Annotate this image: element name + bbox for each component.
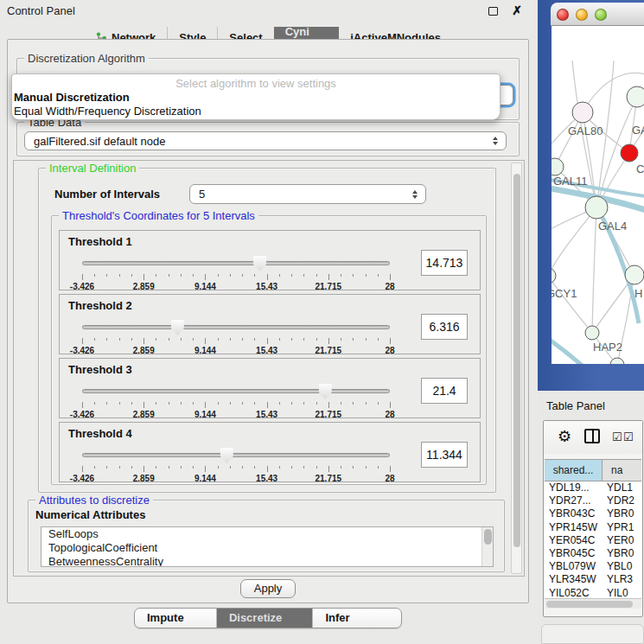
mac-close-button[interactable] [557, 9, 569, 21]
slider-thumb[interactable] [253, 256, 266, 271]
network-node[interactable] [621, 144, 638, 162]
table-toolbar: ⚙ ☑ ☑ [544, 421, 642, 454]
combo-spinner-icon [412, 190, 418, 199]
control-panel-titlebar: Control Panel ✗ [0, 0, 536, 22]
table-row[interactable]: YBR045CYBR0 [545, 547, 641, 560]
threshold-slider[interactable]: -3.4262.8599.14415.4321.71528 [82, 319, 390, 354]
slider-ticks [82, 402, 390, 409]
slider-thumb[interactable] [220, 448, 233, 463]
mac-zoom-button[interactable] [595, 9, 607, 21]
threshold-panel-3: Threshold 3 -3.4262.8599.14415.4321.7152… [59, 358, 481, 418]
threshold-label: Threshold 1 [68, 235, 132, 248]
combo-spinner-icon [493, 137, 498, 145]
attributes-list-items: SelfLoopsTopologicalCoefficientBetweenne… [41, 527, 493, 567]
threshold-slider[interactable]: -3.4262.8599.14415.4321.71528 [82, 383, 390, 418]
table-row[interactable]: YLR345WYLR3 [545, 573, 641, 586]
table-row[interactable]: YDL19...YDL1 [545, 481, 641, 494]
slider-track[interactable] [82, 325, 390, 329]
control-panel: Control Panel ✗ Network Style Select [0, 0, 536, 644]
table-panel: Table Panel ⚙ ☑ ☑ shared... na YDL19...Y… [538, 391, 644, 644]
slider-ticks [82, 274, 390, 281]
threshold-panel-1: Threshold 1 -3.4262.8599.14415.4321.7152… [59, 230, 481, 290]
network-node[interactable] [625, 265, 644, 284]
cyni-content-panel: Discretization Algorithm Select algorith… [7, 39, 529, 603]
table-row[interactable]: YPR145WYPR1 [545, 521, 641, 534]
table-row[interactable]: YBL079WYBL0 [545, 560, 641, 573]
gear-icon[interactable]: ⚙ [558, 427, 571, 446]
network-node-label: GAL80 [568, 124, 603, 137]
column-header-shared-name[interactable]: shared... [545, 460, 603, 481]
number-of-intervals-value: 5 [199, 188, 205, 201]
attributes-group: Attributes to discretize Numerical Attri… [28, 500, 505, 572]
threshold-label: Threshold 3 [68, 363, 132, 376]
float-window-icon[interactable] [488, 7, 498, 16]
control-panel-title: Control Panel [7, 4, 75, 17]
threshold-label: Threshold 2 [68, 299, 132, 312]
threshold-slider[interactable]: -3.4262.8599.14415.4321.71528 [82, 447, 390, 481]
checkbox-icon[interactable]: ☑ [612, 430, 622, 443]
algorithm-dropdown-popup: Select algorithm to view settings Manual… [11, 73, 501, 120]
interval-definition-group-title: Interval Definition [46, 162, 139, 175]
attribute-list-item[interactable]: SelfLoops [41, 527, 493, 541]
network-window-titlebar [551, 3, 644, 26]
node-table-box: ⚙ ☑ ☑ shared... na YDL19...YDL1YDR27...Y… [543, 420, 643, 617]
node-table-body: YDL19...YDL1YDR27...YDR2YBR043CYBR0YPR14… [545, 481, 641, 600]
table-header-row: shared... na [545, 459, 641, 481]
numerical-attributes-heading: Numerical Attributes [35, 508, 145, 521]
table-horizontal-scrollbar[interactable] [545, 598, 641, 609]
slider-track[interactable] [82, 453, 390, 457]
network-node-label: GAL11 [553, 175, 588, 188]
slider-track[interactable] [82, 389, 390, 393]
interval-definition-group: Interval Definition Number of Intervals … [38, 168, 496, 493]
table-data-selected-value: galFiltered.sif default node [34, 135, 165, 148]
numerical-attributes-list[interactable]: SelfLoopsTopologicalCoefficientBetweenne… [41, 526, 494, 567]
network-node[interactable] [572, 102, 593, 123]
algorithm-dropdown-hint: Select algorithm to view settings [12, 74, 500, 90]
settings-vertical-scrollbar[interactable] [511, 163, 522, 574]
threshold-label: Threshold 4 [68, 427, 132, 440]
threshold-value-field[interactable]: 21.4 [421, 378, 468, 404]
table-data-combobox[interactable]: galFiltered.sif default node [24, 131, 507, 150]
threshold-coordinates-group-title: Threshold's Coordinates for 5 Intervals [59, 209, 258, 222]
threshold-slider[interactable]: -3.4262.8599.14415.4321.71528 [82, 255, 390, 290]
slider-thumb[interactable] [319, 384, 332, 399]
tab-discretize-data[interactable]: Discretize Data [216, 609, 313, 628]
attribute-list-item[interactable]: TopologicalCoefficient [41, 541, 493, 555]
bottom-tabbar: Impute Data Discretize Data Infer Networ… [134, 608, 402, 628]
slider-tick-labels: -3.4262.8599.14415.4321.71528 [82, 282, 390, 292]
network-node[interactable] [552, 268, 556, 284]
tab-impute-data[interactable]: Impute Data [135, 609, 216, 628]
close-icon[interactable]: ✗ [512, 3, 522, 17]
network-node-label: C [636, 163, 644, 175]
checkbox-icon[interactable]: ☑ [623, 430, 634, 443]
mac-minimize-button[interactable] [576, 9, 588, 21]
attribute-list-item[interactable]: BetweennessCentrality [41, 555, 493, 567]
threshold-coordinates-group: Threshold's Coordinates for 5 Intervals … [51, 215, 487, 485]
algorithm-option-equal-width[interactable]: Equal Width/Frequency Discretization [12, 105, 500, 118]
apply-button[interactable]: Apply [240, 579, 296, 598]
screen: Control Panel ✗ Network Style Select [0, 0, 644, 644]
attributes-list-scrollbar[interactable] [481, 527, 493, 566]
threshold-value-field[interactable]: 6.316 [421, 314, 468, 340]
table-row[interactable]: YER054CYER0 [545, 534, 641, 547]
algorithm-option-manual[interactable]: Manual Discretization [12, 90, 500, 105]
network-node-label: H [634, 287, 642, 300]
network-node-label: HAP2 [593, 341, 622, 354]
number-of-intervals-combobox[interactable]: 5 [189, 184, 426, 204]
slider-track[interactable] [82, 261, 390, 265]
threshold-value-field[interactable]: 11.344 [421, 442, 468, 468]
network-node[interactable] [627, 86, 644, 107]
table-panel-bottom-strip [541, 624, 644, 644]
network-node[interactable] [585, 196, 608, 219]
network-canvas[interactable]: GAL80GACGAL11GAL4GCY1HHAP2 [552, 26, 644, 364]
network-view-window: GAL80GACGAL11GAL4GCY1HHAP2 [538, 0, 644, 391]
slider-ticks [82, 466, 390, 473]
table-row[interactable]: YBR043CYBR0 [545, 507, 641, 520]
slider-thumb[interactable] [171, 320, 184, 335]
tab-infer-network[interactable]: Infer Network [312, 609, 401, 628]
table-row[interactable]: YDR27...YDR2 [545, 494, 641, 507]
split-columns-icon[interactable] [584, 429, 600, 443]
network-node[interactable] [585, 326, 599, 340]
threshold-value-field[interactable]: 14.713 [421, 250, 468, 276]
column-header-name[interactable]: na [603, 460, 641, 481]
